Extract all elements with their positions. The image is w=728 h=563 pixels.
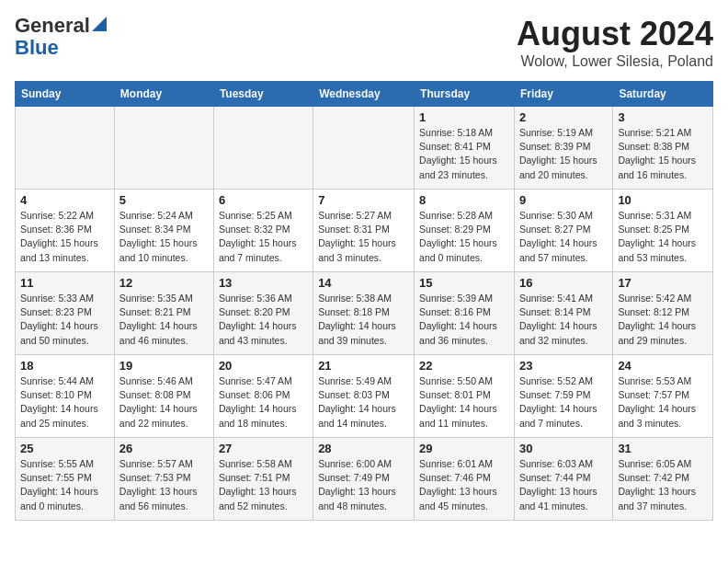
day-info: Sunrise: 5:27 AM Sunset: 8:31 PM Dayligh…: [318, 209, 409, 265]
day-number: 6: [219, 193, 308, 207]
logo-icon: [92, 17, 107, 31]
day-info: Sunrise: 5:21 AM Sunset: 8:38 PM Dayligh…: [618, 126, 708, 182]
col-header-wednesday: Wednesday: [313, 82, 415, 107]
logo-blue-text: Blue: [15, 37, 59, 59]
day-number: 31: [618, 442, 708, 455]
day-cell: 21Sunrise: 5:49 AM Sunset: 8:03 PM Dayli…: [313, 355, 415, 438]
day-info: Sunrise: 5:19 AM Sunset: 8:39 PM Dayligh…: [519, 126, 608, 182]
day-info: Sunrise: 5:42 AM Sunset: 8:12 PM Dayligh…: [618, 292, 708, 348]
day-cell: 18Sunrise: 5:44 AM Sunset: 8:10 PM Dayli…: [16, 355, 115, 438]
day-info: Sunrise: 5:55 AM Sunset: 7:55 PM Dayligh…: [20, 457, 109, 513]
day-cell: 17Sunrise: 5:42 AM Sunset: 8:12 PM Dayli…: [613, 272, 713, 355]
day-info: Sunrise: 6:03 AM Sunset: 7:44 PM Dayligh…: [519, 457, 608, 513]
day-cell: [16, 107, 115, 190]
day-info: Sunrise: 5:41 AM Sunset: 8:14 PM Dayligh…: [519, 292, 608, 348]
day-number: 12: [119, 276, 209, 290]
day-cell: 16Sunrise: 5:41 AM Sunset: 8:14 PM Dayli…: [514, 272, 612, 355]
day-info: Sunrise: 5:22 AM Sunset: 8:36 PM Dayligh…: [20, 209, 109, 265]
day-number: 18: [20, 359, 109, 373]
day-number: 29: [419, 442, 509, 455]
day-cell: 5Sunrise: 5:24 AM Sunset: 8:34 PM Daylig…: [114, 190, 213, 272]
day-number: 16: [519, 276, 608, 290]
day-cell: 30Sunrise: 6:03 AM Sunset: 7:44 PM Dayli…: [514, 438, 612, 521]
day-cell: 7Sunrise: 5:27 AM Sunset: 8:31 PM Daylig…: [313, 190, 415, 272]
day-number: 2: [519, 110, 608, 124]
title-section: August 2024 Wolow, Lower Silesia, Poland: [517, 15, 713, 70]
day-number: 20: [219, 359, 308, 373]
day-cell: 11Sunrise: 5:33 AM Sunset: 8:23 PM Dayli…: [16, 272, 115, 355]
day-cell: 25Sunrise: 5:55 AM Sunset: 7:55 PM Dayli…: [16, 438, 115, 521]
day-cell: 4Sunrise: 5:22 AM Sunset: 8:36 PM Daylig…: [16, 190, 115, 272]
day-number: 27: [219, 442, 308, 455]
day-number: 28: [318, 442, 409, 455]
day-cell: 9Sunrise: 5:30 AM Sunset: 8:27 PM Daylig…: [514, 190, 612, 272]
day-cell: 14Sunrise: 5:38 AM Sunset: 8:18 PM Dayli…: [313, 272, 415, 355]
day-cell: 24Sunrise: 5:53 AM Sunset: 7:57 PM Dayli…: [613, 355, 713, 438]
day-cell: [213, 107, 313, 190]
day-number: 25: [20, 442, 109, 455]
col-header-thursday: Thursday: [415, 82, 515, 107]
day-number: 26: [119, 442, 209, 455]
col-header-sunday: Sunday: [16, 82, 115, 107]
day-number: 21: [318, 359, 409, 373]
month-title: August 2024: [517, 15, 713, 53]
day-number: 11: [20, 276, 109, 290]
day-cell: 10Sunrise: 5:31 AM Sunset: 8:25 PM Dayli…: [613, 190, 713, 272]
day-info: Sunrise: 5:36 AM Sunset: 8:20 PM Dayligh…: [219, 292, 308, 348]
day-info: Sunrise: 5:49 AM Sunset: 8:03 PM Dayligh…: [318, 374, 409, 431]
day-info: Sunrise: 5:50 AM Sunset: 8:01 PM Dayligh…: [419, 374, 509, 431]
col-header-monday: Monday: [114, 82, 213, 107]
header-row: SundayMondayTuesdayWednesdayThursdayFrid…: [16, 82, 713, 107]
day-info: Sunrise: 5:25 AM Sunset: 8:32 PM Dayligh…: [219, 209, 308, 265]
day-info: Sunrise: 5:53 AM Sunset: 7:57 PM Dayligh…: [618, 374, 708, 431]
day-info: Sunrise: 5:44 AM Sunset: 8:10 PM Dayligh…: [20, 374, 109, 431]
day-number: 14: [318, 276, 409, 290]
day-cell: 2Sunrise: 5:19 AM Sunset: 8:39 PM Daylig…: [514, 107, 612, 190]
day-cell: 23Sunrise: 5:52 AM Sunset: 7:59 PM Dayli…: [514, 355, 612, 438]
day-cell: [114, 107, 213, 190]
day-info: Sunrise: 6:05 AM Sunset: 7:42 PM Dayligh…: [618, 457, 708, 513]
week-row-4: 18Sunrise: 5:44 AM Sunset: 8:10 PM Dayli…: [16, 355, 713, 438]
day-number: 10: [618, 193, 708, 207]
day-info: Sunrise: 5:31 AM Sunset: 8:25 PM Dayligh…: [618, 209, 708, 265]
logo-general-text: General: [15, 15, 90, 37]
calendar-table: SundayMondayTuesdayWednesdayThursdayFrid…: [15, 81, 713, 521]
day-info: Sunrise: 5:47 AM Sunset: 8:06 PM Dayligh…: [219, 374, 308, 431]
day-info: Sunrise: 5:24 AM Sunset: 8:34 PM Dayligh…: [119, 209, 209, 265]
day-cell: 31Sunrise: 6:05 AM Sunset: 7:42 PM Dayli…: [613, 438, 713, 521]
col-header-tuesday: Tuesday: [213, 82, 313, 107]
day-cell: 29Sunrise: 6:01 AM Sunset: 7:46 PM Dayli…: [415, 438, 515, 521]
col-header-saturday: Saturday: [613, 82, 713, 107]
day-info: Sunrise: 5:33 AM Sunset: 8:23 PM Dayligh…: [20, 292, 109, 348]
day-info: Sunrise: 5:28 AM Sunset: 8:29 PM Dayligh…: [419, 209, 509, 265]
day-cell: 12Sunrise: 5:35 AM Sunset: 8:21 PM Dayli…: [114, 272, 213, 355]
day-number: 7: [318, 193, 409, 207]
day-number: 19: [119, 359, 209, 373]
day-info: Sunrise: 5:58 AM Sunset: 7:51 PM Dayligh…: [219, 457, 308, 513]
week-row-3: 11Sunrise: 5:33 AM Sunset: 8:23 PM Dayli…: [16, 272, 713, 355]
week-row-2: 4Sunrise: 5:22 AM Sunset: 8:36 PM Daylig…: [16, 190, 713, 272]
day-info: Sunrise: 5:35 AM Sunset: 8:21 PM Dayligh…: [119, 292, 209, 348]
day-cell: 20Sunrise: 5:47 AM Sunset: 8:06 PM Dayli…: [213, 355, 313, 438]
day-cell: 1Sunrise: 5:18 AM Sunset: 8:41 PM Daylig…: [415, 107, 515, 190]
day-cell: 28Sunrise: 6:00 AM Sunset: 7:49 PM Dayli…: [313, 438, 415, 521]
day-info: Sunrise: 5:18 AM Sunset: 8:41 PM Dayligh…: [419, 126, 509, 182]
day-info: Sunrise: 5:57 AM Sunset: 7:53 PM Dayligh…: [119, 457, 209, 513]
week-row-1: 1Sunrise: 5:18 AM Sunset: 8:41 PM Daylig…: [16, 107, 713, 190]
day-cell: 8Sunrise: 5:28 AM Sunset: 8:29 PM Daylig…: [415, 190, 515, 272]
day-info: Sunrise: 6:01 AM Sunset: 7:46 PM Dayligh…: [419, 457, 509, 513]
day-number: 22: [419, 359, 509, 373]
location-title: Wolow, Lower Silesia, Poland: [517, 53, 713, 70]
day-info: Sunrise: 5:39 AM Sunset: 8:16 PM Dayligh…: [419, 292, 509, 348]
week-row-5: 25Sunrise: 5:55 AM Sunset: 7:55 PM Dayli…: [16, 438, 713, 521]
day-number: 5: [119, 193, 209, 207]
day-number: 3: [618, 110, 708, 124]
day-number: 8: [419, 193, 509, 207]
day-number: 4: [20, 193, 109, 207]
header: General Blue August 2024 Wolow, Lower Si…: [15, 15, 713, 70]
col-header-friday: Friday: [514, 82, 612, 107]
day-number: 23: [519, 359, 608, 373]
day-cell: 22Sunrise: 5:50 AM Sunset: 8:01 PM Dayli…: [415, 355, 515, 438]
svg-marker-0: [92, 17, 107, 31]
day-number: 13: [219, 276, 308, 290]
